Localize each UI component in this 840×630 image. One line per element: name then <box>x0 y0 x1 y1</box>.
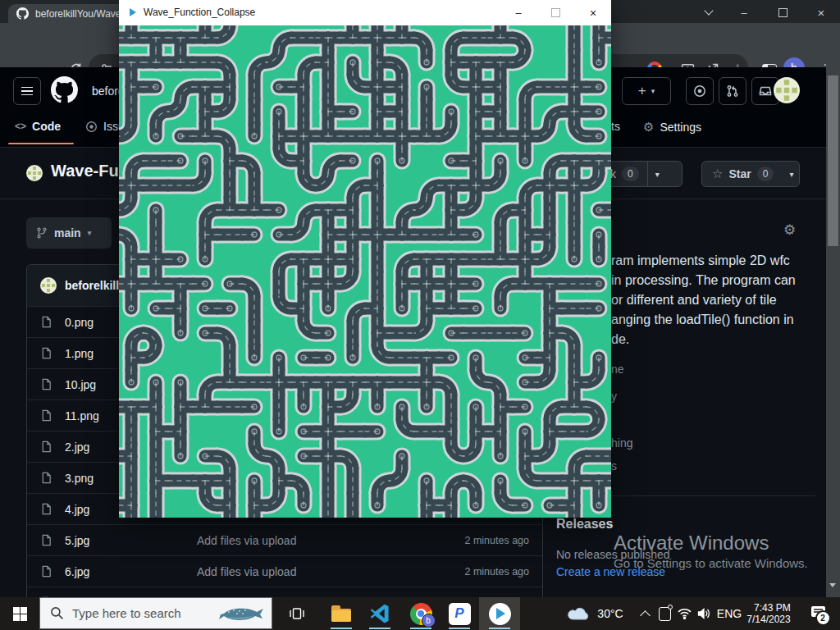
tray-device-icon[interactable] <box>655 597 674 630</box>
task-view-button[interactable] <box>281 597 313 630</box>
file-name[interactable]: 5.jpg <box>65 534 89 547</box>
tab-settings[interactable]: ⚙ Settings <box>643 120 701 135</box>
user-avatar[interactable] <box>774 77 800 103</box>
about-line-1: ram implements simple 2D wfc <box>611 253 790 268</box>
active-tab-underline <box>8 143 74 144</box>
issue-icon <box>85 121 98 133</box>
fork-dropdown-caret[interactable]: ▾ <box>648 170 667 179</box>
processing-icon: P <box>449 603 471 625</box>
commit-message[interactable]: Add files via upload <box>197 565 296 578</box>
table-row[interactable]: 5.jpg Add files via upload 2 minutes ago <box>27 524 542 555</box>
about-line-4: anging the loadTile() function in <box>611 313 794 327</box>
issues-icon-button[interactable] <box>686 77 714 105</box>
pull-requests-icon-button[interactable] <box>719 77 746 105</box>
file-icon <box>40 347 52 359</box>
commit-message[interactable]: Add files via upload <box>197 534 296 547</box>
table-row[interactable]: 6.jpg Add files via upload 2 minutes ago <box>27 555 542 587</box>
search-input[interactable]: Type here to search <box>39 597 272 629</box>
gear-icon: ⚙ <box>643 120 654 135</box>
task-view-icon <box>289 606 305 621</box>
about-line-5: de. <box>611 332 629 347</box>
commit-time: 2 minutes ago <box>464 535 529 546</box>
about-line-3: or different and variety of tile <box>611 293 777 308</box>
branch-icon <box>36 227 48 239</box>
fork-count: 0 <box>622 167 639 181</box>
clock-time: 7:43 PM <box>746 602 790 614</box>
about-link-readme-fragment[interactable]: ne <box>611 363 624 376</box>
screen: beforelkillYou/Wave_Function_Collapse – … <box>0 0 840 630</box>
search-placeholder: Type here to search <box>72 606 181 620</box>
notification-badge: 2 <box>815 610 831 626</box>
file-name[interactable]: 2.jpg <box>65 441 89 454</box>
browser-restore-button[interactable] <box>772 5 793 20</box>
tab-search-icon[interactable] <box>698 5 719 20</box>
browser-close-button[interactable]: × <box>810 5 832 20</box>
tab-insights-fragment[interactable]: ts <box>611 120 620 133</box>
windows-logo-icon <box>13 607 27 621</box>
taskbar-file-explorer[interactable] <box>325 597 358 630</box>
sketch-app-icon <box>489 603 511 625</box>
chrome-icon: b <box>410 603 432 625</box>
file-icon <box>40 441 52 453</box>
browser-minimize-button[interactable]: – <box>733 5 755 20</box>
temperature-text[interactable]: 30°C <box>594 597 627 630</box>
whale-shark-image <box>217 605 265 625</box>
star-button[interactable]: ☆ Star 0 ▾ <box>701 161 800 187</box>
app-minimize-button[interactable]: – <box>506 0 531 25</box>
about-link-forks-fragment[interactable]: s <box>611 459 617 472</box>
taskbar-chrome[interactable]: b <box>404 597 437 630</box>
activate-windows-hint: Go to Settings to activate Windows. <box>614 556 808 570</box>
taskbar-processing[interactable]: P <box>443 597 476 630</box>
file-icon <box>40 534 52 546</box>
about-gear-icon[interactable]: ⚙ <box>783 221 796 239</box>
tab-code[interactable]: <> Code <box>15 120 61 133</box>
file-name[interactable]: 10.jpg <box>65 378 96 391</box>
wfc-canvas <box>119 25 611 518</box>
scrollbar-thumb[interactable] <box>828 75 838 246</box>
app-maximize-button[interactable] <box>543 0 568 25</box>
taskbar: Type here to search b P <box>0 597 840 630</box>
star-count: 0 <box>757 167 774 181</box>
clock[interactable]: 7:43 PM7/14/2023 <box>743 597 794 630</box>
clock-date: 7/14/2023 <box>746 614 790 625</box>
about-link-watching-fragment[interactable]: hing <box>611 436 632 450</box>
github-favicon-icon <box>16 7 29 20</box>
file-name[interactable]: 3.png <box>65 472 94 485</box>
branch-name: main <box>54 226 81 240</box>
wifi-icon[interactable] <box>674 597 694 630</box>
app-window-title: Wave_Function_Collapse <box>144 7 255 18</box>
file-icon <box>40 316 52 328</box>
weather-icon[interactable] <box>564 597 594 630</box>
taskbar-vscode[interactable] <box>363 597 396 630</box>
star-icon: ☆ <box>712 167 723 181</box>
volume-icon[interactable] <box>694 597 714 630</box>
github-logo-icon[interactable] <box>51 76 78 103</box>
file-name[interactable]: 0.png <box>65 316 94 329</box>
about-link-activity-fragment[interactable]: y <box>611 390 617 403</box>
file-icon <box>40 409 52 422</box>
star-dropdown-caret[interactable]: ▾ <box>782 170 801 179</box>
app-title-bar[interactable]: Wave_Function_Collapse – × <box>119 0 611 25</box>
activate-windows-watermark: Activate Windows <box>614 532 769 555</box>
notification-center-button[interactable]: 2 <box>804 597 832 630</box>
file-name[interactable]: 11.png <box>65 409 99 422</box>
hamburger-menu-icon[interactable] <box>13 77 41 105</box>
branch-selector[interactable]: main ▾ <box>26 217 112 249</box>
create-new-button[interactable]: +▾ <box>622 77 671 105</box>
file-icon <box>40 472 52 484</box>
start-button[interactable] <box>0 597 39 630</box>
file-explorer-icon <box>331 609 351 622</box>
code-icon: <> <box>15 121 26 132</box>
tray-expand-icon[interactable] <box>635 597 655 630</box>
file-name[interactable]: 4.jpg <box>65 503 89 516</box>
app-close-button[interactable]: × <box>581 0 605 25</box>
file-name[interactable]: 1.png <box>65 347 94 360</box>
file-name[interactable]: 6.jpg <box>65 565 89 578</box>
language-indicator[interactable]: ENG <box>715 597 743 630</box>
file-icon <box>40 378 52 390</box>
releases-title: Releases <box>556 517 613 532</box>
page-scrollbar[interactable] <box>826 67 840 597</box>
commit-author-avatar[interactable] <box>40 277 57 294</box>
sketch-play-icon <box>130 8 136 16</box>
taskbar-sketch-window-active[interactable] <box>479 597 520 630</box>
